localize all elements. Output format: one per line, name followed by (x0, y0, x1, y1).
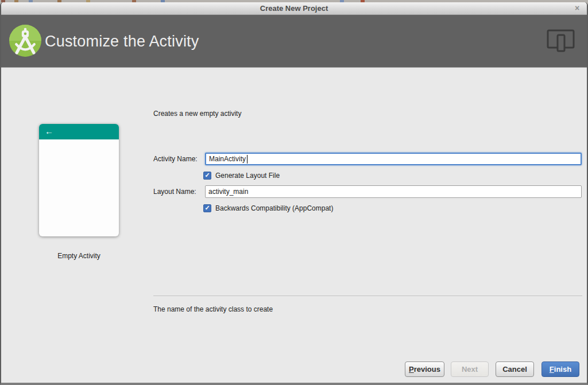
finish-button[interactable]: Finish (541, 361, 579, 377)
window-titlebar[interactable]: Create New Project × (1, 2, 587, 15)
template-preview-appbar: ← (39, 124, 119, 139)
next-button[interactable]: Next (451, 361, 489, 377)
back-arrow-icon: ← (45, 126, 53, 136)
backwards-compat-checkbox[interactable] (203, 204, 211, 212)
window-title: Create New Project (1, 2, 587, 15)
create-new-project-dialog: Create New Project × Customize the Activ… (0, 2, 588, 385)
generate-layout-label: Generate Layout File (215, 172, 280, 180)
backwards-compat-row: Backwards Compatibility (AppCompat) (203, 204, 333, 212)
generate-layout-row: Generate Layout File (203, 172, 280, 180)
layout-name-input[interactable] (205, 185, 582, 198)
layout-name-label: Layout Name: (153, 187, 196, 196)
wizard-content: Creates a new empty activity ← Empty Act… (1, 68, 587, 383)
generate-layout-checkbox[interactable] (203, 172, 211, 180)
page-title: Customize the Activity (45, 15, 199, 68)
section-divider (153, 295, 582, 296)
previous-button[interactable]: Previous (405, 361, 444, 377)
template-preview-card: ← (39, 124, 119, 236)
template-description: Creates a new empty activity (153, 110, 241, 118)
template-name-label: Empty Activity (39, 252, 119, 260)
field-hint-text: The name of the activity class to create (153, 305, 273, 313)
activity-name-label: Activity Name: (153, 154, 198, 164)
backwards-compat-label: Backwards Compatibility (AppCompat) (215, 204, 333, 212)
cancel-button[interactable]: Cancel (496, 361, 534, 377)
close-icon[interactable]: × (572, 2, 582, 15)
android-studio-logo-icon (9, 25, 41, 57)
phone-tablet-icon (547, 29, 575, 53)
text-caret (247, 155, 247, 164)
activity-name-input[interactable] (205, 153, 582, 165)
wizard-header: Customize the Activity (1, 15, 587, 68)
